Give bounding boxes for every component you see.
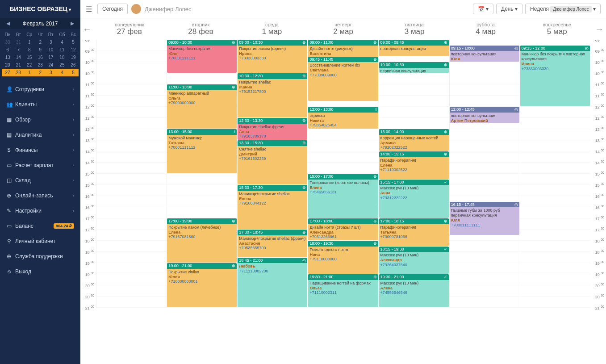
sidebar-item[interactable]: ▤Аналитика‹ [0, 127, 80, 142]
day-header[interactable]: среда1 мар [236, 22, 308, 36]
calendar-event[interactable]: 10:00 - 10:30первичная консультация [379, 62, 449, 73]
day-header[interactable]: вторник28 фев [165, 22, 237, 36]
calendar-day[interactable]: 2 [35, 69, 46, 76]
calendar-day[interactable]: 8 [24, 46, 35, 54]
calendar-day[interactable]: 4 [56, 69, 68, 76]
calendar-event[interactable]: 09:15 - 10:00повторная консультацияЮля [450, 46, 519, 62]
day-header[interactable]: воскресенье5 мар [521, 22, 593, 36]
sidebar-item[interactable]: ▦Обзор‹ [0, 112, 80, 127]
day-header[interactable]: четверг2 мар [308, 22, 379, 36]
sidebar-item[interactable]: ▭Расчет зарплат‹ [0, 158, 80, 173]
calendar-day[interactable]: 22 [24, 61, 35, 69]
calendar-day[interactable]: 4 [56, 38, 68, 46]
sidebar-item[interactable]: ◫Склад‹ [0, 173, 80, 188]
sidebar-item[interactable]: ⊕Служба поддержки [0, 249, 80, 264]
sidebar-item[interactable]: $Финансы‹ [0, 142, 80, 158]
day-column[interactable]: 09:00 - 10:30Покрытие лаком (френч)Ирина… [237, 40, 308, 308]
today-button[interactable]: Сегодня [97, 4, 128, 14]
calendar-day[interactable]: 12 [68, 46, 79, 54]
calendar-event[interactable]: 10:30 - 12:30Покрытие shellacЖанна+79153… [238, 73, 307, 117]
calendar-view-button[interactable]: 📅 ▾ [473, 4, 493, 14]
calendar-day[interactable]: 7 [13, 46, 24, 54]
sidebar-item[interactable]: ⚲Личный кабинет [0, 234, 80, 249]
calendar-day[interactable]: 24 [46, 61, 56, 69]
calendar-day[interactable]: 27 [2, 69, 13, 76]
calendar-day[interactable]: 26 [68, 61, 79, 69]
calendar-event[interactable]: 09:45 - 11:45Восстановление ногтей IbxСв… [308, 57, 378, 101]
calendar-day[interactable]: 6 [2, 46, 13, 54]
calendar-day[interactable]: 11 [56, 46, 68, 54]
next-week-button[interactable]: → [593, 24, 606, 34]
calendar-day[interactable]: 1 [24, 38, 35, 46]
sidebar-item[interactable]: ▭Баланс964.24 ₽ [0, 218, 80, 234]
calendar-event[interactable]: 15:15 - 17:00Массаж рук (10 мин)Анна+793… [379, 180, 449, 218]
sidebar-item[interactable]: 👥Клиенты‹ [0, 97, 80, 112]
calendar-event[interactable]: 13:00 - 15:00Мужской маникюрТатьяна+7000… [167, 129, 237, 173]
calendar-event[interactable]: 12:00 - 12:45повторная консультацияАртем… [450, 107, 519, 123]
calendar-day[interactable]: 20 [2, 61, 13, 69]
calendar-day[interactable]: 18 [56, 54, 68, 61]
calendar-day[interactable]: 21 [13, 61, 24, 69]
calendar-day[interactable]: 13 [2, 54, 13, 61]
day-header[interactable]: понедельник27 фев [94, 22, 165, 36]
calendar-event[interactable]: 17:00 - 18:00Дизайн ногтя (стразы 7 шт)А… [308, 218, 378, 240]
calendar-day[interactable]: 28 [13, 69, 24, 76]
day-header[interactable]: суббота4 мар [450, 22, 522, 36]
calendar-event[interactable]: 14:00 - 15:15Парафинотерапия!Елена+71110… [379, 151, 449, 179]
calendar-day[interactable]: 5 [68, 69, 79, 76]
calendar-day[interactable]: 3 [46, 38, 56, 46]
calendar-event[interactable]: 17:30 - 18:45Маникюр+покрытие shellac (ф… [238, 230, 307, 257]
calendar-day[interactable]: 9 [35, 46, 46, 54]
calendar-event[interactable]: 16:15 - 17:45Пышные губы за 1000 руб пер… [450, 202, 519, 235]
calendar-event[interactable]: 11:00 - 13:00Маникюр аппаратныйОльга+790… [167, 84, 237, 129]
day-column[interactable]: 09:00 - 09:45повторная консультация10:00… [379, 40, 449, 308]
calendar-event[interactable]: 09:15 - 12:00Маникюр без покрытия повтор… [520, 46, 590, 107]
calendar-event[interactable]: 13:00 - 14:00Коррекция нарощенных ногтей… [379, 129, 449, 151]
week-view-button[interactable]: Неделя Дженифер Лопес ▾ [525, 4, 601, 14]
calendar-event[interactable]: 19:00 - 21:00Покрытие viniluxЮлия+710000… [167, 263, 237, 307]
calendar-event[interactable]: 15:00 - 17:00Тонирование (короткие волос… [308, 174, 378, 218]
calendar-event[interactable]: 15:30 - 17:30Маникюр+покрытие shellacЕле… [238, 185, 307, 229]
calendar-day[interactable]: 16 [35, 54, 46, 61]
calendar-event[interactable]: 19:30 - 21:00Наращивание ногтей на форма… [308, 274, 378, 307]
calendar-day[interactable]: 3 [46, 69, 56, 76]
day-column[interactable] [96, 40, 167, 308]
staff-filter-tag[interactable]: Дженифер Лопес [550, 6, 591, 13]
calendar-event[interactable]: 12:30 - 13:30Покрытие shellac френчАнна+… [238, 118, 307, 140]
sidebar-item[interactable]: ⎋Выход [0, 264, 80, 279]
prev-week-button[interactable]: ← [80, 24, 94, 34]
next-month-button[interactable]: ▶ [68, 20, 77, 27]
hamburger-icon[interactable]: ☰ [86, 5, 92, 13]
calendar-day[interactable]: 25 [56, 61, 68, 69]
calendar-day[interactable]: 19 [68, 54, 79, 61]
day-column[interactable]: 09:15 - 12:00Маникюр без покрытия повтор… [520, 40, 590, 308]
calendar-day[interactable]: 14 [13, 54, 24, 61]
calendar-day[interactable]: 17 [46, 54, 56, 61]
calendar-day[interactable]: 15 [24, 54, 35, 61]
calendar-event[interactable]: 17:00 - 19:00Покрытие лаком (лечебное)Ел… [167, 218, 237, 263]
calendar-day[interactable]: 1 [24, 69, 35, 76]
calendar-event[interactable]: 12:00 - 13:00стрижкаНикита+79854625454 [308, 107, 378, 129]
calendar-day[interactable]: 2 [35, 38, 46, 46]
day-column[interactable]: 09:00 - 10:30Маникюр без покрытияЮля+700… [167, 40, 237, 308]
calendar-event[interactable]: 18:00 - 19:30Ремонт одного ногтяНина+791… [308, 241, 378, 274]
calendar-event[interactable]: 18:45 - 21:00Любовь+711110002200 [238, 258, 307, 308]
calendar-event[interactable]: 17:00 - 18:15Парафинотерапия!Татьяна+790… [379, 218, 449, 246]
calendar-day[interactable]: 5 [68, 38, 79, 46]
day-header[interactable]: пятница3 мар [379, 22, 450, 36]
day-column[interactable]: 09:15 - 10:00повторная консультацияЮля12… [449, 40, 520, 308]
day-view-button[interactable]: День ▾ [496, 4, 522, 14]
sidebar-item[interactable]: ✎Настройки‹ [0, 203, 80, 218]
business-selector[interactable]: БИЗНЕС ОБРАЗЕЦ [0, 0, 80, 18]
sidebar-item[interactable]: ⊚Онлайн-запись‹ [0, 188, 80, 203]
sidebar-item[interactable]: 👤Сотрудники‹ [0, 82, 80, 97]
calendar-event[interactable]: 09:00 - 10:30Маникюр без покрытияЮля+700… [167, 40, 237, 73]
calendar-event[interactable]: 13:30 - 15:30Снятие shellacДМитрий+79161… [238, 140, 307, 184]
calendar-event[interactable]: 09:00 - 10:30Покрытие лаком (френч)Ирина… [238, 40, 307, 73]
calendar-event[interactable]: 19:30 - 21:00Массаж рук (10 мин)Алена+74… [379, 274, 449, 307]
calendar-event[interactable]: 18:15 - 19:30Массаж рук (10 мин)Александ… [379, 247, 449, 274]
calendar-day[interactable]: 10 [46, 46, 56, 54]
calendar-event[interactable]: 09:00 - 09:45повторная консультация [379, 40, 449, 56]
calendar-day[interactable]: 23 [35, 61, 46, 69]
day-column[interactable]: 09:00 - 11:00Дизайн ногтя (рисунок)Вален… [308, 40, 378, 308]
